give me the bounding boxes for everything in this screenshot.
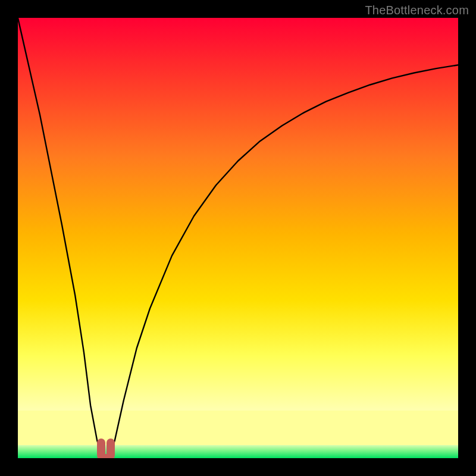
yellow-band <box>18 411 458 445</box>
plot-area <box>18 18 458 458</box>
chart-frame: TheBottleneck.com <box>0 0 476 476</box>
watermark-label: TheBottleneck.com <box>365 4 469 17</box>
bottleneck-chart <box>18 18 458 458</box>
green-strip <box>18 445 458 458</box>
